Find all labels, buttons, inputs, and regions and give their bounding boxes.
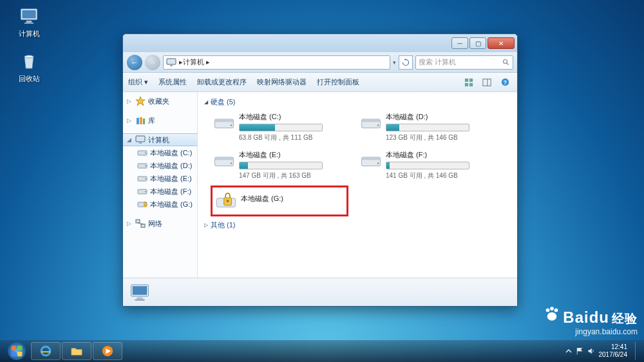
svg-rect-9 <box>465 78 468 81</box>
toolbar-map-drive[interactable]: 映射网络驱动器 <box>257 77 307 87</box>
volume-icon[interactable] <box>587 347 595 355</box>
computer-icon <box>166 57 176 68</box>
toolbar-control-panel[interactable]: 打开控制面板 <box>317 77 359 87</box>
svg-point-43 <box>231 162 232 164</box>
recycle-bin-icon <box>18 50 40 72</box>
svg-rect-1 <box>22 10 35 19</box>
svg-point-57 <box>547 312 557 321</box>
svg-rect-5 <box>167 59 176 64</box>
svg-rect-2 <box>26 21 32 23</box>
sidebar-computer[interactable]: ◢计算机 <box>123 133 197 146</box>
titlebar[interactable]: ─ ▢ ✕ <box>123 34 517 52</box>
drive-lock-icon <box>137 199 147 209</box>
svg-rect-13 <box>483 79 491 86</box>
sidebar-libraries[interactable]: ▷库 <box>123 114 197 127</box>
svg-rect-11 <box>465 82 468 86</box>
drive-e[interactable]: 本地磁盘 (E:)147 GB 可用 , 共 163 GB <box>211 148 348 183</box>
watermark-url: jingyan.baidu.com <box>544 327 638 336</box>
drive-lock-icon <box>215 190 237 212</box>
drive-icon <box>137 173 147 184</box>
details-pane <box>123 278 517 306</box>
desktop-icon-computer[interactable]: 计算机 <box>10 5 48 39</box>
svg-rect-52 <box>137 297 143 299</box>
watermark: Baidu经验 jingyan.baidu.com <box>544 306 638 336</box>
task-ie[interactable] <box>31 342 61 360</box>
tray-clock[interactable]: 12:41 2017/6/24 <box>599 343 632 359</box>
nav-back-button[interactable]: ← <box>127 55 142 70</box>
drive-icon <box>137 186 147 196</box>
svg-point-23 <box>145 153 146 154</box>
help-icon: ? <box>501 78 509 86</box>
computer-icon <box>18 5 40 27</box>
drive-c[interactable]: 本地磁盘 (C:)63.8 GB 可用 , 共 111 GB <box>211 110 348 145</box>
svg-rect-20 <box>136 136 145 142</box>
sidebar-network[interactable]: ▷网络 <box>123 217 197 230</box>
refresh-button[interactable] <box>399 55 413 70</box>
svg-rect-36 <box>215 119 234 122</box>
refresh-icon <box>402 59 410 66</box>
toolbar-system-properties[interactable]: 系统属性 <box>158 77 187 87</box>
desktop-icon-recycle[interactable]: 回收站 <box>10 50 48 84</box>
sidebar: ▷收藏夹 ▷库 ◢计算机 本地磁盘 (C:) 本地磁盘 (D:) 本地磁盘 (E… <box>123 92 198 278</box>
minimize-button[interactable]: ─ <box>451 37 468 49</box>
svg-rect-42 <box>215 157 234 160</box>
task-wmp[interactable] <box>93 342 122 360</box>
libraries-icon <box>135 115 146 126</box>
sidebar-drive-e[interactable]: 本地磁盘 (E:) <box>123 172 197 185</box>
address-bar: ← → ▸ 计算机 ▸ ▾ 搜索 计算机 <box>123 52 517 73</box>
drive-g-locked[interactable]: 本地磁盘 (G:) <box>211 186 348 216</box>
flag-icon[interactable] <box>576 347 583 355</box>
svg-rect-21 <box>139 142 142 144</box>
content-pane: ◢硬盘 (5) 本地磁盘 (C:)63.8 GB 可用 , 共 111 GB 本… <box>198 92 517 278</box>
svg-point-37 <box>231 124 232 126</box>
explorer-window: ─ ▢ ✕ ← → ▸ 计算机 ▸ ▾ 搜索 计算机 组织 ▾ 系统属性 卸载或… <box>122 33 518 307</box>
toolbar-organize[interactable]: 组织 ▾ <box>128 77 148 87</box>
svg-rect-10 <box>469 78 473 81</box>
drive-d[interactable]: 本地磁盘 (D:)123 GB 可用 , 共 146 GB <box>357 110 495 145</box>
search-input[interactable]: 搜索 计算机 <box>415 55 513 70</box>
tiles-icon <box>464 78 473 87</box>
tray-expand-icon[interactable] <box>565 348 572 354</box>
svg-rect-39 <box>362 119 381 122</box>
close-button[interactable]: ✕ <box>488 37 515 49</box>
task-explorer[interactable] <box>62 342 91 360</box>
sidebar-drive-f[interactable]: 本地磁盘 (F:) <box>123 185 197 198</box>
svg-rect-12 <box>469 82 473 86</box>
breadcrumb[interactable]: ▸ 计算机 ▸ <box>163 55 390 70</box>
group-header-hdd[interactable]: ◢硬盘 (5) <box>204 97 511 107</box>
drive-icon <box>213 150 235 172</box>
group-header-other[interactable]: ▷其他 (1) <box>204 220 511 230</box>
nav-forward-button[interactable]: → <box>145 55 160 70</box>
drive-f[interactable]: 本地磁盘 (F:)141 GB 可用 , 共 146 GB <box>357 148 495 183</box>
pane-icon <box>482 78 491 87</box>
show-desktop-button[interactable] <box>635 342 640 360</box>
maximize-button[interactable]: ▢ <box>469 37 486 49</box>
svg-rect-32 <box>136 220 140 223</box>
svg-rect-45 <box>362 157 381 160</box>
help-button[interactable]: ? <box>498 76 512 89</box>
svg-line-8 <box>507 62 509 64</box>
toolbar-uninstall[interactable]: 卸载或更改程序 <box>197 77 247 87</box>
svg-line-34 <box>138 223 143 224</box>
sidebar-drive-g[interactable]: 本地磁盘 (G:) <box>123 198 197 211</box>
folder-icon <box>70 345 83 357</box>
sidebar-drive-c[interactable]: 本地磁盘 (C:) <box>123 146 197 159</box>
drive-icon <box>360 112 382 134</box>
preview-pane-button[interactable] <box>480 76 494 89</box>
sidebar-favorites[interactable]: ▷收藏夹 <box>123 95 197 108</box>
media-player-icon <box>101 345 114 357</box>
computer-icon <box>128 281 151 304</box>
svg-rect-31 <box>144 204 147 207</box>
taskbar: 12:41 2017/6/24 <box>0 340 644 362</box>
breadcrumb-text: 计算机 ▸ <box>183 57 210 67</box>
view-mode-button[interactable] <box>462 76 476 89</box>
svg-point-25 <box>145 166 146 167</box>
computer-icon <box>135 135 146 145</box>
svg-point-54 <box>546 309 550 312</box>
svg-point-46 <box>377 162 379 164</box>
svg-rect-18 <box>140 117 142 124</box>
start-button[interactable] <box>4 341 30 361</box>
svg-rect-3 <box>24 23 33 24</box>
sidebar-drive-d[interactable]: 本地磁盘 (D:) <box>123 159 197 172</box>
ie-icon <box>39 345 52 357</box>
